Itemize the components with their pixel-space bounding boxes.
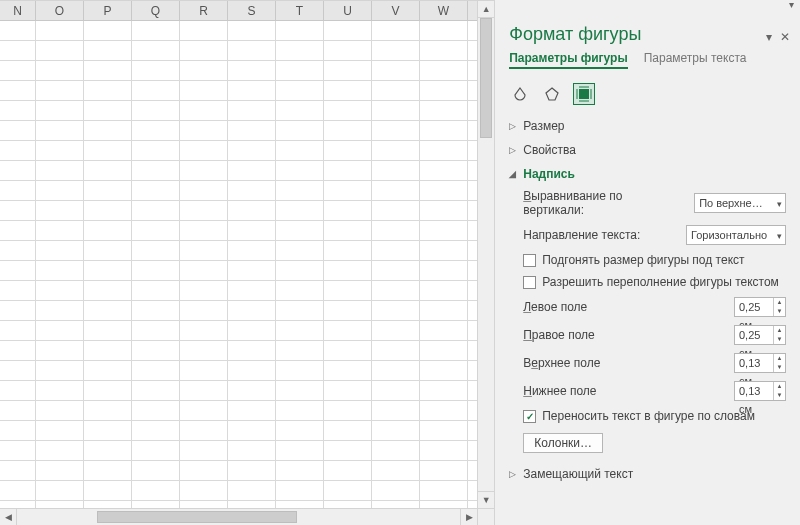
- cell[interactable]: [84, 461, 132, 480]
- cell[interactable]: [84, 241, 132, 260]
- tab-text-options[interactable]: Параметры текста: [644, 51, 747, 69]
- cell[interactable]: [228, 441, 276, 460]
- text-direction-combo[interactable]: Горизонтально: [686, 225, 786, 245]
- cell[interactable]: [324, 381, 372, 400]
- cell[interactable]: [180, 121, 228, 140]
- cell[interactable]: [132, 181, 180, 200]
- cell[interactable]: [276, 381, 324, 400]
- cell[interactable]: [372, 41, 420, 60]
- cell[interactable]: [0, 61, 36, 80]
- grid-row[interactable]: [0, 361, 477, 381]
- cell[interactable]: [36, 421, 84, 440]
- grid-row[interactable]: [0, 441, 477, 461]
- cell[interactable]: [132, 121, 180, 140]
- cell[interactable]: [228, 181, 276, 200]
- cell[interactable]: [420, 221, 468, 240]
- cell[interactable]: [0, 401, 36, 420]
- cell[interactable]: [276, 181, 324, 200]
- cell[interactable]: [132, 61, 180, 80]
- cell[interactable]: [420, 201, 468, 220]
- col-header[interactable]: S: [228, 1, 276, 20]
- cell[interactable]: [324, 321, 372, 340]
- cell[interactable]: [36, 201, 84, 220]
- section-size-header[interactable]: ▷ Размер: [509, 117, 786, 135]
- cell[interactable]: [132, 101, 180, 120]
- cell[interactable]: [84, 61, 132, 80]
- cell[interactable]: [420, 141, 468, 160]
- cell[interactable]: [228, 201, 276, 220]
- cell[interactable]: [276, 341, 324, 360]
- cell[interactable]: [228, 221, 276, 240]
- cell[interactable]: [0, 501, 36, 508]
- cell[interactable]: [420, 381, 468, 400]
- horizontal-scrollbar[interactable]: ◀ ▶: [0, 508, 494, 525]
- cell[interactable]: [372, 481, 420, 500]
- cell[interactable]: [420, 441, 468, 460]
- cell[interactable]: [420, 41, 468, 60]
- cell[interactable]: [372, 141, 420, 160]
- cell[interactable]: [36, 241, 84, 260]
- cell[interactable]: [132, 421, 180, 440]
- cell[interactable]: [84, 501, 132, 508]
- cell[interactable]: [324, 161, 372, 180]
- cell[interactable]: [0, 301, 36, 320]
- cell[interactable]: [324, 401, 372, 420]
- cell[interactable]: [0, 321, 36, 340]
- cell[interactable]: [276, 41, 324, 60]
- cell[interactable]: [372, 241, 420, 260]
- cell[interactable]: [324, 341, 372, 360]
- cell[interactable]: [276, 281, 324, 300]
- cell[interactable]: [36, 261, 84, 280]
- cell[interactable]: [324, 421, 372, 440]
- cell[interactable]: [372, 401, 420, 420]
- cell[interactable]: [84, 201, 132, 220]
- cell[interactable]: [372, 441, 420, 460]
- cell[interactable]: [36, 21, 84, 40]
- cell[interactable]: [372, 461, 420, 480]
- col-header[interactable]: N: [0, 1, 36, 20]
- cell[interactable]: [180, 241, 228, 260]
- cell[interactable]: [132, 361, 180, 380]
- cell[interactable]: [84, 441, 132, 460]
- cell[interactable]: [0, 241, 36, 260]
- cell[interactable]: [276, 101, 324, 120]
- cell[interactable]: [324, 181, 372, 200]
- cell[interactable]: [228, 481, 276, 500]
- cell[interactable]: [0, 101, 36, 120]
- grid-row[interactable]: [0, 201, 477, 221]
- cell[interactable]: [84, 81, 132, 100]
- cell[interactable]: [36, 381, 84, 400]
- cell[interactable]: [36, 361, 84, 380]
- cell[interactable]: [228, 41, 276, 60]
- vscroll-track[interactable]: [478, 18, 494, 491]
- cell[interactable]: [0, 121, 36, 140]
- grid-row[interactable]: [0, 401, 477, 421]
- cell[interactable]: [372, 281, 420, 300]
- cell[interactable]: [372, 321, 420, 340]
- cell[interactable]: [36, 141, 84, 160]
- cell[interactable]: [84, 401, 132, 420]
- cell[interactable]: [228, 301, 276, 320]
- cell[interactable]: [84, 161, 132, 180]
- col-header[interactable]: U: [324, 1, 372, 20]
- cell[interactable]: [228, 401, 276, 420]
- col-header[interactable]: O: [36, 1, 84, 20]
- cell[interactable]: [132, 161, 180, 180]
- grid-row[interactable]: [0, 121, 477, 141]
- cell[interactable]: [36, 401, 84, 420]
- cell[interactable]: [180, 261, 228, 280]
- cell[interactable]: [180, 21, 228, 40]
- cell[interactable]: [132, 21, 180, 40]
- grid-row[interactable]: [0, 481, 477, 501]
- cell[interactable]: [0, 421, 36, 440]
- cell[interactable]: [420, 481, 468, 500]
- top-margin-input[interactable]: 0,13 см▲▼: [734, 353, 786, 373]
- cell[interactable]: [180, 201, 228, 220]
- cell[interactable]: [324, 201, 372, 220]
- cell[interactable]: [420, 361, 468, 380]
- col-header[interactable]: R: [180, 1, 228, 20]
- cell[interactable]: [84, 361, 132, 380]
- cell[interactable]: [132, 221, 180, 240]
- cell[interactable]: [228, 121, 276, 140]
- cell[interactable]: [84, 261, 132, 280]
